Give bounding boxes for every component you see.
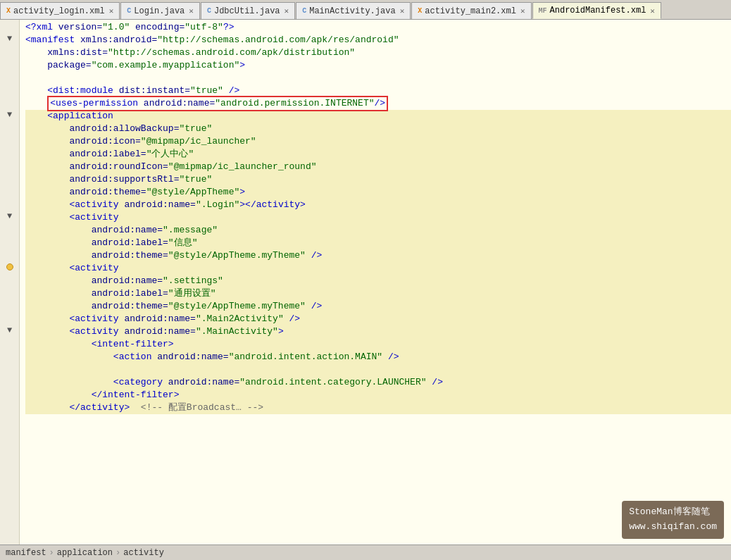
attr-val: ".Login" [196,199,239,211]
attr-name: android:icon= [69,135,140,148]
gutter-12 [0,159,19,172]
indent [25,275,92,287]
attr-name: xmlns:dist= [47,46,108,59]
attr-val: "@style/AppTheme.myTheme" [168,249,306,262]
gutter-16[interactable]: ▼ [0,210,19,223]
fold-arrow[interactable]: ▼ [7,34,12,44]
attr-val: "true" [179,173,212,186]
attr-val: "个人中心" [146,148,194,161]
indent [25,300,92,313]
comment: <!-- 配置Broadcast… --> [130,402,263,414]
indent [25,224,92,237]
tab-activity-main2-xml[interactable]: X activity_main2.xml ✕ [411,2,531,19]
attr-name: android:name= [92,224,163,237]
code-line-14: android:theme="@style/AppTheme"> [25,186,731,199]
java-icon: C [207,7,211,15]
self-close: /> [382,351,399,363]
tab-label: Login.java [134,6,185,16]
breadcrumb-sep-2: › [115,548,120,558]
attr-name: xmlns:android= [80,34,157,46]
attr-val: ".settings" [163,275,223,287]
tab-close-btn[interactable]: ✕ [285,6,289,15]
attr-val: "通用设置" [168,287,216,300]
tab-close-btn[interactable]: ✕ [520,6,525,15]
gutter-20 [0,261,19,273]
code-line-12: android:roundIcon="@mipmap/ic_launcher_r… [25,161,731,173]
indent [25,161,69,173]
attr-name: android:theme= [69,186,146,199]
gutter-27 [0,349,19,362]
gutter-24 [0,311,19,324]
code-line-19: android:theme="@style/AppTheme.myTheme" … [25,249,731,262]
code-area[interactable]: <?xml version="1.0" encoding="utf-8"?> <… [20,20,731,545]
tab-close-btn[interactable]: ✕ [650,6,655,15]
gutter-26 [0,337,19,349]
gutter-25[interactable]: ▼ [0,324,19,337]
gutter-8[interactable]: ▼ [0,108,19,121]
tag-open: < [113,376,119,389]
tab-mainactivity-java[interactable]: C MainActivity.java ✕ [296,2,411,19]
tag-close-elem: </intent-filter> [92,389,180,402]
indent [25,123,69,135]
gutter-23 [0,299,19,311]
tab-close-btn[interactable]: ✕ [400,6,405,15]
indent [25,148,69,161]
code-line-18: android:label="信息" [25,237,731,249]
tab-androidmanifest-xml[interactable]: MF AndroidManifest.xml ✕ [532,2,661,19]
gutter-15 [0,197,19,210]
fold-arrow[interactable]: ▼ [7,211,12,221]
tag-name: activity [75,262,118,275]
indent [25,338,92,351]
attr-val: "@mipmap/ic_launcher" [141,135,256,148]
attr-val: "android.permission.INTERNET" [215,98,374,108]
tab-close-btn[interactable]: ✕ [109,6,114,15]
tab-login-java[interactable]: C Login.java ✕ [120,2,200,19]
fold-arrow[interactable]: ▼ [7,110,12,120]
indent [25,97,47,110]
editor-gutter: ▼ ▼ ▼ [0,20,20,545]
tag-open: < [69,325,75,338]
xml-close: ?> [223,21,235,34]
indent [25,85,47,97]
gutter-4 [0,58,19,70]
tab-label: MainActivity.java [309,6,395,16]
tag-open: < [50,98,56,108]
self-close: /> [427,376,443,389]
indent [25,376,113,389]
tag-open: < [69,199,75,211]
code-line-15: <activity android:name=".Login"></activi… [25,199,731,211]
code-line-30: </intent-filter> [25,389,731,402]
warning-dot [6,263,13,270]
tag-close: > [278,325,284,338]
attr-name: android:label= [92,237,168,249]
tag-close: > [239,186,245,199]
code-line-2: <manifest xmlns:android="http://schemas.… [25,34,731,46]
highlighted-permission: <uses-permission android:name="android.p… [47,96,388,111]
gutter-28 [0,362,19,375]
breadcrumb-activity: activity [123,548,164,558]
indent [25,199,69,211]
tag-open: < [69,313,75,325]
tag-name: application [53,110,113,123]
mf-icon: MF [539,7,547,15]
code-line-26: <intent-filter> [25,338,731,351]
self-close: /> [375,98,386,108]
tab-close-btn[interactable]: ✕ [189,6,194,15]
breadcrumb-application: application [57,548,113,558]
tab-activity-login-xml[interactable]: X activity_login.xml ✕ [0,2,120,19]
gutter-30 [0,387,19,400]
gutter-2[interactable]: ▼ [0,32,19,45]
attr-val: "@style/AppTheme.myTheme" [168,300,306,313]
attr-name: android:name= [92,275,163,287]
tag-name: activity [75,211,118,224]
attr-val: "@mipmap/ic_launcher_round" [168,161,317,173]
tab-label: activity_main2.xml [425,6,516,16]
gutter-31 [0,400,19,413]
tag-name: activity [75,325,124,338]
java-icon: C [127,7,131,15]
indent [25,262,69,275]
fold-arrow[interactable]: ▼ [7,325,12,335]
self-close: /> [306,249,322,262]
tag-name: manifest [31,34,80,46]
tab-jdbcutil-java[interactable]: C JdbcUtil.java ✕ [201,2,295,19]
